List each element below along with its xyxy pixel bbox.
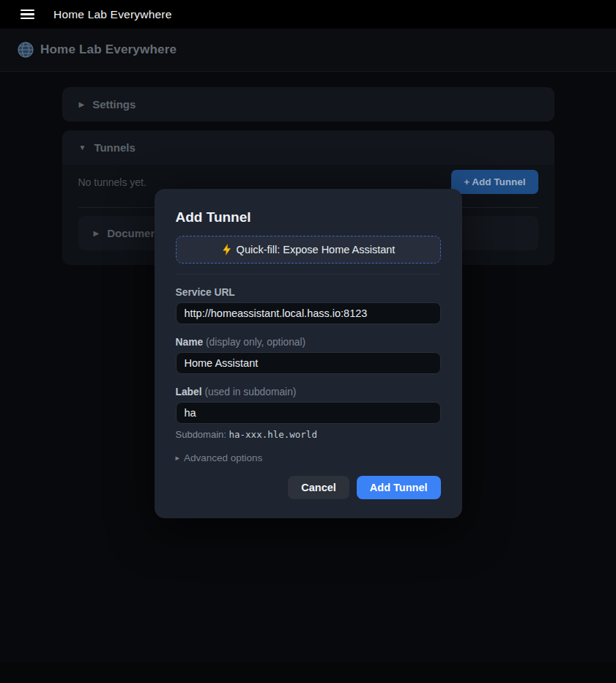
settings-label: Settings: [92, 98, 136, 111]
subdomain-preview: Subdomain: ha-xxx.hle.world: [176, 429, 441, 440]
label-input[interactable]: [176, 402, 441, 424]
add-tunnel-button[interactable]: + Add Tunnel: [451, 170, 538, 194]
tunnels-accordion-header[interactable]: ▼ Tunnels: [62, 130, 554, 165]
app-title: Home Lab Everywhere: [40, 42, 177, 57]
empty-tunnels-text: No tunnels yet.: [78, 176, 146, 188]
chevron-small-right-icon: ▸: [176, 454, 180, 462]
quickfill-button[interactable]: Quick-fill: Expose Home Assistant: [176, 236, 441, 264]
chevron-right-icon: ▶: [79, 101, 85, 108]
label-label: Label (used in subdomain): [176, 386, 441, 399]
cancel-button[interactable]: Cancel: [288, 476, 349, 499]
subdomain-prefix: Subdomain:: [176, 429, 229, 440]
app-header: Home Lab Everywhere: [0, 29, 616, 72]
lightning-icon: [221, 244, 233, 255]
service-url-input[interactable]: [176, 302, 441, 324]
settings-accordion-header[interactable]: ▶ Settings: [62, 87, 554, 122]
modal-title: Add Tunnel: [176, 209, 441, 225]
name-label: Name (display only, optional): [176, 336, 441, 349]
top-bar: Home Lab Everywhere: [0, 0, 616, 29]
menu-icon[interactable]: [21, 10, 34, 20]
service-url-label: Service URL: [176, 286, 441, 299]
chevron-right-icon: ▶: [94, 230, 100, 237]
name-input[interactable]: [176, 352, 441, 374]
submit-add-tunnel-button[interactable]: Add Tunnel: [357, 476, 441, 499]
advanced-options-label: Advanced options: [184, 452, 262, 463]
chevron-down-icon: ▼: [79, 144, 86, 152]
quickfill-label: Quick-fill: Expose Home Assistant: [237, 244, 396, 255]
topbar-title: Home Lab Everywhere: [53, 8, 171, 21]
bottom-strip: [0, 663, 616, 683]
globe-icon: [18, 42, 34, 58]
subdomain-value: ha-xxx.hle.world: [229, 429, 317, 440]
settings-section: ▶ Settings: [62, 87, 554, 122]
add-tunnel-modal: Add Tunnel Quick-fill: Expose Home Assis…: [155, 189, 462, 518]
modal-divider: [176, 274, 441, 275]
advanced-options-toggle[interactable]: ▸ Advanced options: [176, 452, 441, 463]
tunnels-label: Tunnels: [94, 141, 135, 154]
modal-footer: Cancel Add Tunnel: [176, 476, 441, 499]
